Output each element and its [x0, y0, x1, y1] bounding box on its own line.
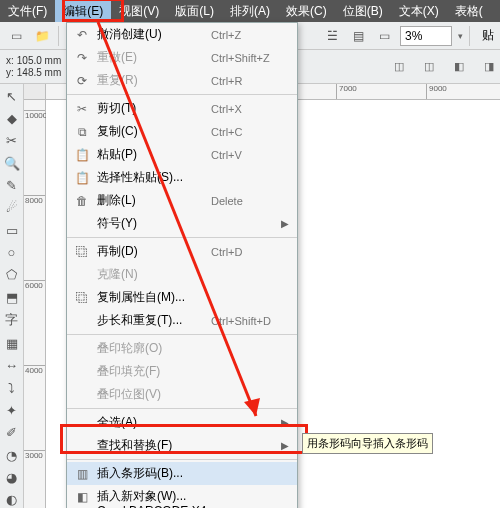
units-icon[interactable]: ◫ [388, 56, 410, 78]
menu-item-label: 叠印轮廓(O) [93, 340, 211, 357]
menu-row[interactable]: 🗑删除(L)Delete [67, 189, 297, 212]
menu-item[interactable]: 编辑(E) [55, 0, 111, 22]
menu-item-label: 符号(Y) [93, 215, 211, 232]
menu-row[interactable]: ⿻再制(D)Ctrl+D [67, 240, 297, 263]
interactive-icon[interactable]: ✦ [2, 402, 22, 418]
zoom-tool-icon[interactable]: 🔍 [2, 155, 22, 171]
ellipse-tool-icon[interactable]: ○ [2, 244, 22, 260]
menu-item[interactable]: 效果(C) [278, 0, 335, 22]
menu-item-icon: ▥ [71, 467, 93, 481]
submenu-arrow-icon: ▶ [281, 417, 291, 428]
interactive-fill-icon[interactable]: ◐ [2, 492, 22, 508]
ruler-tick: 3000 [24, 450, 45, 460]
page-icon[interactable]: ▭ [374, 26, 394, 46]
pick-tool-icon[interactable]: ↖ [2, 88, 22, 104]
menu-item-label: 叠印填充(F) [93, 363, 211, 380]
menu-item[interactable]: 文件(F) [0, 0, 55, 22]
coordinates-readout: x:105.0 mm y:148.5 mm [6, 55, 61, 78]
new-icon[interactable]: ▭ [6, 26, 26, 46]
tooltip: 用条形码向导插入条形码 [302, 433, 433, 454]
menu-item-label: 克隆(N) [93, 266, 211, 283]
menu-row: 叠印填充(F) [67, 360, 297, 383]
table-tool-icon[interactable]: ▦ [2, 335, 22, 351]
menu-item[interactable]: 位图(B) [335, 0, 391, 22]
view2-icon[interactable]: ▤ [348, 26, 368, 46]
menu-row[interactable]: ⿻复制属性自(M)... [67, 286, 297, 309]
freehand-tool-icon[interactable]: ✎ [2, 177, 22, 193]
menu-item[interactable]: 表格( [447, 0, 491, 22]
menu-row[interactable]: ▥插入条形码(B)... [67, 462, 297, 485]
menu-item[interactable]: 排列(A) [222, 0, 278, 22]
paste-button[interactable]: 贴 [476, 25, 500, 46]
view-icon[interactable]: ☱ [322, 26, 342, 46]
ruler-tick: 4000 [24, 365, 45, 375]
menubar: 文件(F)编辑(E)视图(V)版面(L)排列(A)效果(C)位图(B)文本(X)… [0, 0, 500, 22]
menu-item-label: 撤消创建(U) [93, 26, 211, 43]
menu-item-label: 全选(A) [93, 414, 211, 431]
snap-icon[interactable]: ◧ [448, 56, 470, 78]
menu-item-label: Corel BARCODE X4 对象(O) [93, 504, 211, 508]
menu-row: ↷重做(E)Ctrl+Shift+Z [67, 46, 297, 69]
snap2-icon[interactable]: ◨ [478, 56, 500, 78]
menu-row[interactable]: 📋粘贴(P)Ctrl+V [67, 143, 297, 166]
submenu-arrow-icon: ▶ [281, 218, 291, 229]
menu-row[interactable]: ⧉复制(C)Ctrl+C [67, 120, 297, 143]
units2-icon[interactable]: ◫ [418, 56, 440, 78]
smart-tool-icon[interactable]: ☄ [2, 200, 22, 216]
menu-item-shortcut: Delete [211, 195, 281, 207]
menu-item-label: 查找和替换(F) [93, 437, 211, 454]
menu-row[interactable]: 全选(A)▶ [67, 411, 297, 434]
menu-item-icon: 📋 [71, 148, 93, 162]
zoom-select[interactable] [400, 26, 452, 46]
menu-item-label: 叠印位图(V) [93, 386, 211, 403]
menu-row: ⟳重复(R)Ctrl+R [67, 69, 297, 92]
menu-item-icon: ↷ [71, 51, 93, 65]
basic-shapes-icon[interactable]: ⬒ [2, 289, 22, 305]
menu-row[interactable]: ↶撤消创建(U)Ctrl+Z [67, 23, 297, 46]
menu-item-label: 步长和重复(T)... [93, 312, 211, 329]
menu-row: 叠印轮廓(O) [67, 337, 297, 360]
dimension-icon[interactable]: ↔ [2, 358, 22, 374]
ruler-tick: 10000 [24, 110, 45, 120]
menu-item-icon: ⟳ [71, 74, 93, 88]
menu-item-label: 剪切(T) [93, 100, 211, 117]
text-tool-icon[interactable]: 字 [2, 311, 22, 329]
menu-row[interactable]: 符号(Y)▶ [67, 212, 297, 235]
connector-icon[interactable]: ⤵ [2, 380, 22, 396]
menu-item-label: 重做(E) [93, 49, 211, 66]
menu-row[interactable]: 查找和替换(F)▶ [67, 434, 297, 457]
menu-item-shortcut: Ctrl+D [211, 246, 281, 258]
menu-row[interactable]: 步长和重复(T)...Ctrl+Shift+D [67, 309, 297, 332]
menu-item[interactable]: 版面(L) [167, 0, 222, 22]
menu-item-shortcut: Ctrl+X [211, 103, 281, 115]
outline-icon[interactable]: ◔ [2, 447, 22, 463]
shape-tool-icon[interactable]: ◆ [2, 110, 22, 126]
open-icon[interactable]: 📁 [32, 26, 52, 46]
menu-item-label: 粘贴(P) [93, 146, 211, 163]
ruler-tick: 9000 [426, 84, 447, 99]
menu-item-icon: ⧉ [71, 125, 93, 139]
menu-row[interactable]: ✂剪切(T)Ctrl+X [67, 97, 297, 120]
crop-tool-icon[interactable]: ✂ [2, 133, 22, 149]
menu-item-shortcut: Ctrl+Z [211, 29, 281, 41]
menu-item-shortcut: Ctrl+V [211, 149, 281, 161]
toolbox: ↖ ◆ ✂ 🔍 ✎ ☄ ▭ ○ ⬠ ⬒ 字 ▦ ↔ ⤵ ✦ ✐ ◔ ◕ ◐ [0, 84, 24, 508]
menu-item-icon: 🗑 [71, 194, 93, 208]
eyedropper-icon[interactable]: ✐ [2, 425, 22, 441]
polygon-tool-icon[interactable]: ⬠ [2, 267, 22, 283]
edit-menu-dropdown: ↶撤消创建(U)Ctrl+Z↷重做(E)Ctrl+Shift+Z⟳重复(R)Ct… [66, 22, 298, 508]
fill-icon[interactable]: ◕ [2, 469, 22, 485]
menu-item-icon: ↶ [71, 28, 93, 42]
menu-item-shortcut: Ctrl+Shift+D [211, 315, 281, 327]
menu-item-icon: ✂ [71, 102, 93, 116]
menu-item-shortcut: Ctrl+R [211, 75, 281, 87]
menu-item-icon: ◧ [71, 490, 93, 504]
menu-item[interactable]: 文本(X) [391, 0, 447, 22]
menu-item[interactable]: 视图(V) [111, 0, 167, 22]
menu-row: 叠印位图(V) [67, 383, 297, 406]
rect-tool-icon[interactable]: ▭ [2, 222, 22, 238]
menu-item-label: 复制属性自(M)... [93, 289, 211, 306]
menu-item-icon: ⿻ [71, 291, 93, 305]
menu-row[interactable]: 📋选择性粘贴(S)... [67, 166, 297, 189]
submenu-arrow-icon: ▶ [281, 440, 291, 451]
